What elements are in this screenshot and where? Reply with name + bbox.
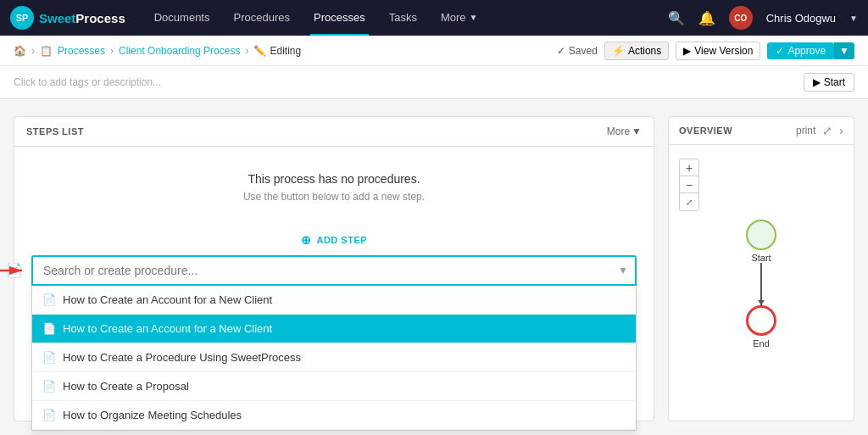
nav-right-area: 🔍 🔔 CO Chris Odogwu ▼ [668,6,858,30]
file-icon-4: 📄 [42,409,56,421]
start-label: Start [751,253,771,263]
steps-more-chevron: ▼ [632,125,642,137]
steps-more-button[interactable]: More ▼ [607,125,642,137]
flow-diagram: Start End [679,220,843,349]
tags-placeholder[interactable]: Click to add tags or description... [14,76,161,88]
steps-title: STEPS LIST [26,126,84,137]
sep1: › [31,45,35,57]
start-circle [746,220,776,250]
pencil-icon: ✏️ [253,45,266,57]
empty-subtitle: Use the button below to add a new step. [31,191,637,203]
breadcrumb: 🏠 › 📋 Processes › Client Onboarding Proc… [14,45,301,57]
logo-icon: SP [10,6,34,30]
top-navigation: SP SweetProcess Documents Procedures Pro… [0,0,868,36]
sep2: › [110,45,114,57]
overview-title: OVERVIEW [679,125,732,136]
end-label: End [753,338,770,349]
chevron-right-icon[interactable]: › [839,124,843,137]
procedure-dropdown-list: 📄 How to Create an Account for a New Cli… [31,286,637,431]
search-procedure-input[interactable] [31,255,637,286]
start-button[interactable]: ▶ Start [804,73,854,92]
home-icon[interactable]: 🏠 [14,45,26,57]
overview-actions: print ⤢ › [796,124,843,137]
nav-documents[interactable]: Documents [151,0,214,36]
view-version-button[interactable]: ▶ View Version [676,42,760,60]
breadcrumb-actions: ✓ Saved ⚡ Actions ▶ View Version ✓ Appro… [557,42,854,60]
process-name-link[interactable]: Client Onboarding Process [119,45,240,57]
avatar: CO [729,6,753,30]
user-name[interactable]: Chris Odogwu [766,12,836,25]
overview-header: OVERVIEW print ⤢ › [669,117,854,145]
steps-empty-state: This process has no procedures. Use the … [14,147,654,220]
lightning-icon: ⚡ [612,45,625,57]
add-step-container: ⊕ ADD STEP 📄 [14,220,654,303]
logo[interactable]: SP SweetProcess [10,6,125,30]
nav-tasks[interactable]: Tasks [386,0,420,36]
nav-procedures[interactable]: Procedures [230,0,292,36]
red-arrow-annotation [0,262,27,279]
proc-icon: 📋 [40,45,53,57]
breadcrumb-bar: 🏠 › 📋 Processes › Client Onboarding Proc… [0,36,868,66]
processes-link[interactable]: Processes [58,45,105,57]
editing-label: ✏️ Editing [253,45,301,57]
zoom-controls: + − ⤢ [679,159,699,211]
approve-caret-button[interactable]: ▼ [834,42,854,59]
overview-panel: OVERVIEW print ⤢ › + − ⤢ Start [668,116,854,421]
nav-processes[interactable]: Processes [310,0,369,36]
dropdown-item-3[interactable]: 📄 How to Create a Proposal [32,372,636,401]
add-step-button[interactable]: ⊕ ADD STEP [301,233,367,247]
dropdown-item-4[interactable]: 📄 How to Organize Meeting Schedules [32,401,636,430]
bell-icon[interactable]: 🔔 [698,10,715,26]
tags-bar: Click to add tags or description... ▶ St… [0,66,868,99]
steps-panel: STEPS LIST More ▼ This process has no pr… [14,116,654,421]
saved-button[interactable]: ✓ Saved [557,45,598,57]
dropdown-item-1[interactable]: 📄 How to Create an Account for a New Cli… [32,315,636,343]
play-icon: ▶ [683,45,691,57]
end-node: End [746,305,776,349]
zoom-in-button[interactable]: + [680,159,698,176]
approve-check-icon: ✓ [776,45,784,57]
steps-header: STEPS LIST More ▼ [14,117,654,147]
procedure-dropdown-wrapper: 📄 ▼ [31,255,637,286]
chevron-down-icon: ▼ [470,13,478,22]
plus-icon: ⊕ [301,233,312,247]
logo-text: SweetProcess [39,11,125,25]
check-icon: ✓ [557,45,565,57]
zoom-out-button[interactable]: − [680,176,698,193]
dropdown-item-2[interactable]: 📄 How to Create a Procedure Using SweetP… [32,343,636,372]
nav-more[interactable]: More ▼ [437,0,481,36]
end-circle [746,305,776,336]
approve-button[interactable]: ✓ Approve [767,42,834,59]
file-icon-1: 📄 [42,322,56,335]
main-content: STEPS LIST More ▼ This process has no pr… [0,99,868,435]
user-menu-caret[interactable]: ▼ [849,14,858,23]
flow-connector [760,263,762,305]
play-start-icon: ▶ [813,76,821,88]
approve-group: ✓ Approve ▼ [767,42,854,59]
print-button[interactable]: print [796,125,815,137]
file-icon-0: 📄 [42,293,56,306]
file-icon-2: 📄 [42,351,56,364]
search-icon[interactable]: 🔍 [668,10,685,26]
expand-icon[interactable]: ⤢ [822,124,832,137]
dropdown-item-0[interactable]: 📄 How to Create an Account for a New Cli… [32,286,636,315]
file-icon-3: 📄 [42,380,56,393]
sep3: › [245,45,248,57]
actions-button[interactable]: ⚡ Actions [604,42,669,60]
zoom-fit-button[interactable]: ⤢ [680,193,698,210]
overview-body: + − ⤢ Start End [669,145,854,362]
start-node: Start [746,220,776,263]
empty-title: This process has no procedures. [31,172,637,186]
